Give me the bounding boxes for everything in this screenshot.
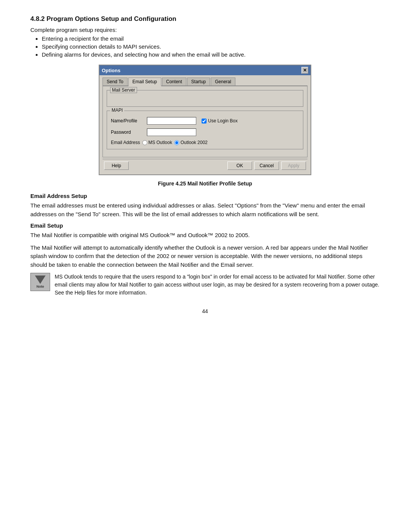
password-row: Password — [111, 128, 299, 136]
name-profile-row: Name/Profile Use Login Box — [111, 117, 299, 125]
page-number: 44 — [30, 308, 380, 314]
intro-text: Complete program setup requires: — [30, 27, 380, 33]
note-triangle — [35, 276, 46, 284]
apply-button[interactable]: Apply — [281, 162, 306, 170]
password-input[interactable] — [147, 128, 196, 136]
ms-outlook-label[interactable]: MS Outlook — [142, 140, 172, 145]
note-text: MS Outlook tends to require that the use… — [55, 273, 380, 297]
tab-send-to[interactable]: Send To — [102, 78, 128, 86]
note-box: Note MS Outlook tends to require that th… — [30, 273, 380, 297]
note-icon-label: Note — [36, 285, 44, 288]
outlook-2002-text: Outlook 2002 — [180, 140, 207, 145]
email-setup-para1: The Mail Notifier is compatible with ori… — [30, 231, 380, 240]
name-profile-input[interactable] — [147, 117, 196, 125]
use-login-box-label: Use Login Box — [208, 118, 238, 124]
outlook-2002-radio[interactable] — [174, 140, 179, 145]
mapi-legend: MAPI — [110, 108, 124, 113]
help-button[interactable]: Help — [104, 162, 129, 170]
section-heading: 4.8.2 Program Options Setup and Configur… — [30, 15, 380, 23]
email-address-row: Email Address MS Outlook Outlook 2002 — [111, 140, 299, 145]
dialog-content: Mail Server MAPI Name/Profile Use Login … — [102, 86, 308, 157]
use-login-box-group: Use Login Box — [202, 118, 238, 124]
figure-caption: Figure 4.25 Mail Notifier Profile Setup — [30, 180, 380, 187]
bullet-item-1: Entering a recipient for the email — [42, 35, 380, 42]
name-profile-label: Name/Profile — [111, 118, 147, 124]
note-icon: Note — [30, 273, 50, 291]
dialog-titlebar: Options ✕ — [99, 65, 311, 75]
use-login-box-checkbox[interactable] — [202, 119, 207, 124]
tab-general[interactable]: General — [211, 78, 235, 86]
email-address-label: Email Address — [111, 140, 140, 145]
email-setup-para2: The Mail Notifier will attempt to automa… — [30, 244, 380, 269]
mail-server-group: Mail Server — [107, 90, 303, 107]
email-setup-heading: Email Setup — [30, 222, 380, 229]
dialog-title: Options — [102, 68, 120, 73]
tab-startup[interactable]: Startup — [187, 78, 210, 86]
ms-outlook-radio[interactable] — [142, 140, 147, 145]
mail-server-legend: Mail Server — [110, 87, 137, 93]
close-button[interactable]: ✕ — [301, 67, 308, 74]
bullet-list: Entering a recipient for the email Speci… — [42, 35, 380, 58]
options-dialog: Options ✕ Send To Email Setup Content St… — [99, 65, 311, 175]
dialog-wrapper: Options ✕ Send To Email Setup Content St… — [30, 65, 380, 175]
tab-content[interactable]: Content — [162, 78, 186, 86]
ok-button[interactable]: OK — [227, 162, 252, 170]
bullet-item-2: Specifying connection details to MAPI se… — [42, 43, 380, 50]
dialog-buttons: Help OK Cancel Apply — [102, 159, 308, 171]
email-address-setup-text: The email addresses must be entered usin… — [30, 201, 380, 218]
bullet-item-3: Defining alarms for devices, and selecti… — [42, 51, 380, 58]
email-address-setup-heading: Email Address Setup — [30, 193, 380, 199]
tab-email-setup[interactable]: Email Setup — [128, 78, 161, 86]
tabs-container: Send To Email Setup Content Startup Gene… — [102, 78, 308, 86]
password-label: Password — [111, 130, 147, 135]
cancel-button[interactable]: Cancel — [254, 162, 279, 170]
dialog-body: Send To Email Setup Content Startup Gene… — [99, 75, 311, 174]
mapi-group: MAPI Name/Profile Use Login Box Password — [107, 111, 303, 149]
outlook-2002-label[interactable]: Outlook 2002 — [174, 140, 207, 145]
ms-outlook-text: MS Outlook — [148, 140, 172, 145]
